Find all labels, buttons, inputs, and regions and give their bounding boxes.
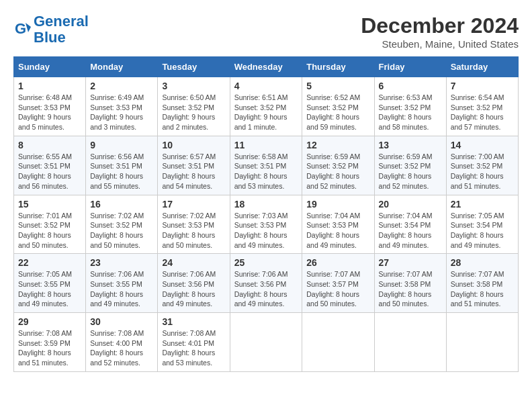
calendar-cell	[230, 313, 302, 372]
day-info: Sunrise: 6:54 AM Sunset: 3:52 PM Dayligh…	[451, 93, 514, 132]
day-number: 6	[379, 81, 442, 91]
weekday-header-cell: Wednesday	[230, 57, 302, 77]
day-number: 28	[451, 257, 514, 268]
day-number: 9	[90, 140, 153, 150]
calendar-cell: 3Sunrise: 6:50 AM Sunset: 3:52 PM Daylig…	[158, 77, 230, 136]
weekday-header-row: SundayMondayTuesdayWednesdayThursdayFrid…	[14, 57, 519, 77]
calendar-cell: 21Sunrise: 7:05 AM Sunset: 3:54 PM Dayli…	[446, 195, 518, 254]
day-info: Sunrise: 6:49 AM Sunset: 3:53 PM Dayligh…	[90, 93, 153, 132]
calendar-week-row: 1Sunrise: 6:48 AM Sunset: 3:53 PM Daylig…	[14, 77, 519, 136]
calendar-cell: 2Sunrise: 6:49 AM Sunset: 3:53 PM Daylig…	[86, 77, 158, 136]
day-info: Sunrise: 7:06 AM Sunset: 3:56 PM Dayligh…	[162, 269, 225, 309]
day-number: 4	[234, 81, 298, 91]
weekday-header-cell: Sunday	[14, 57, 86, 77]
day-info: Sunrise: 7:03 AM Sunset: 3:53 PM Dayligh…	[234, 211, 298, 250]
day-number: 27	[379, 257, 442, 268]
day-info: Sunrise: 7:06 AM Sunset: 3:56 PM Dayligh…	[234, 269, 298, 309]
calendar-cell: 12Sunrise: 6:59 AM Sunset: 3:52 PM Dayli…	[302, 136, 374, 195]
calendar-cell: 23Sunrise: 7:06 AM Sunset: 3:55 PM Dayli…	[86, 254, 158, 313]
day-number: 29	[18, 316, 81, 327]
calendar-cell: 9Sunrise: 6:56 AM Sunset: 3:51 PM Daylig…	[86, 136, 158, 195]
weekday-header-cell: Friday	[374, 57, 446, 77]
calendar-cell: 28Sunrise: 7:07 AM Sunset: 3:58 PM Dayli…	[446, 254, 518, 313]
calendar-cell: 19Sunrise: 7:04 AM Sunset: 3:53 PM Dayli…	[302, 195, 374, 254]
calendar-cell: 29Sunrise: 7:08 AM Sunset: 3:59 PM Dayli…	[14, 313, 86, 372]
day-info: Sunrise: 7:05 AM Sunset: 3:54 PM Dayligh…	[451, 211, 514, 250]
day-info: Sunrise: 7:08 AM Sunset: 4:00 PM Dayligh…	[90, 328, 153, 368]
day-info: Sunrise: 6:52 AM Sunset: 3:52 PM Dayligh…	[306, 93, 369, 132]
logo-icon: G	[13, 20, 32, 39]
calendar-cell: 4Sunrise: 6:51 AM Sunset: 3:52 PM Daylig…	[230, 77, 302, 136]
day-number: 22	[18, 257, 81, 268]
calendar-cell: 1Sunrise: 6:48 AM Sunset: 3:53 PM Daylig…	[14, 77, 86, 136]
svg-text:G: G	[15, 20, 26, 37]
day-number: 14	[451, 140, 514, 150]
day-number: 30	[90, 316, 153, 327]
day-number: 20	[379, 199, 442, 210]
day-number: 10	[162, 140, 225, 150]
weekday-header-cell: Saturday	[446, 57, 518, 77]
day-info: Sunrise: 7:05 AM Sunset: 3:55 PM Dayligh…	[18, 269, 81, 309]
calendar-week-row: 8Sunrise: 6:55 AM Sunset: 3:51 PM Daylig…	[14, 136, 519, 195]
calendar-cell	[446, 313, 518, 372]
calendar-cell: 24Sunrise: 7:06 AM Sunset: 3:56 PM Dayli…	[158, 254, 230, 313]
day-number: 7	[451, 81, 514, 91]
calendar-cell: 30Sunrise: 7:08 AM Sunset: 4:00 PM Dayli…	[86, 313, 158, 372]
day-info: Sunrise: 7:08 AM Sunset: 4:01 PM Dayligh…	[162, 328, 225, 368]
calendar-cell: 31Sunrise: 7:08 AM Sunset: 4:01 PM Dayli…	[158, 313, 230, 372]
calendar-table: SundayMondayTuesdayWednesdayThursdayFrid…	[13, 56, 519, 372]
day-info: Sunrise: 7:02 AM Sunset: 3:52 PM Dayligh…	[90, 211, 153, 250]
logo-line2: Blue	[34, 29, 66, 46]
day-info: Sunrise: 7:04 AM Sunset: 3:53 PM Dayligh…	[306, 211, 369, 250]
logo-text: General Blue	[34, 13, 89, 46]
day-number: 5	[306, 81, 369, 91]
day-info: Sunrise: 7:00 AM Sunset: 3:52 PM Dayligh…	[451, 152, 514, 191]
day-info: Sunrise: 6:57 AM Sunset: 3:51 PM Dayligh…	[162, 152, 225, 191]
day-info: Sunrise: 6:55 AM Sunset: 3:51 PM Dayligh…	[18, 152, 81, 191]
day-info: Sunrise: 6:58 AM Sunset: 3:51 PM Dayligh…	[234, 152, 298, 191]
calendar-cell: 8Sunrise: 6:55 AM Sunset: 3:51 PM Daylig…	[14, 136, 86, 195]
day-number: 25	[234, 257, 298, 268]
calendar-cell: 18Sunrise: 7:03 AM Sunset: 3:53 PM Dayli…	[230, 195, 302, 254]
logo-line1: General	[34, 13, 89, 30]
day-number: 26	[306, 257, 369, 268]
day-info: Sunrise: 7:07 AM Sunset: 3:58 PM Dayligh…	[451, 269, 514, 309]
day-info: Sunrise: 7:08 AM Sunset: 3:59 PM Dayligh…	[18, 328, 81, 368]
calendar-cell: 22Sunrise: 7:05 AM Sunset: 3:55 PM Dayli…	[14, 254, 86, 313]
day-number: 2	[90, 81, 153, 91]
calendar-cell: 13Sunrise: 6:59 AM Sunset: 3:52 PM Dayli…	[374, 136, 446, 195]
calendar-cell: 20Sunrise: 7:04 AM Sunset: 3:54 PM Dayli…	[374, 195, 446, 254]
day-info: Sunrise: 6:59 AM Sunset: 3:52 PM Dayligh…	[306, 152, 369, 191]
day-number: 21	[451, 199, 514, 210]
logo: G General Blue	[13, 13, 89, 46]
day-number: 31	[162, 316, 225, 327]
day-info: Sunrise: 7:01 AM Sunset: 3:52 PM Dayligh…	[18, 211, 81, 250]
calendar-cell: 10Sunrise: 6:57 AM Sunset: 3:51 PM Dayli…	[158, 136, 230, 195]
calendar-cell: 25Sunrise: 7:06 AM Sunset: 3:56 PM Dayli…	[230, 254, 302, 313]
calendar-cell: 15Sunrise: 7:01 AM Sunset: 3:52 PM Dayli…	[14, 195, 86, 254]
day-number: 1	[18, 81, 81, 91]
calendar-cell: 5Sunrise: 6:52 AM Sunset: 3:52 PM Daylig…	[302, 77, 374, 136]
day-info: Sunrise: 6:56 AM Sunset: 3:51 PM Dayligh…	[90, 152, 153, 191]
calendar-cell: 17Sunrise: 7:02 AM Sunset: 3:53 PM Dayli…	[158, 195, 230, 254]
calendar-cell: 27Sunrise: 7:07 AM Sunset: 3:58 PM Dayli…	[374, 254, 446, 313]
calendar-week-row: 22Sunrise: 7:05 AM Sunset: 3:55 PM Dayli…	[14, 254, 519, 313]
day-number: 16	[90, 199, 153, 210]
calendar-cell: 26Sunrise: 7:07 AM Sunset: 3:57 PM Dayli…	[302, 254, 374, 313]
weekday-header-cell: Monday	[86, 57, 158, 77]
calendar-cell: 6Sunrise: 6:53 AM Sunset: 3:52 PM Daylig…	[374, 77, 446, 136]
weekday-header-cell: Thursday	[302, 57, 374, 77]
calendar-week-row: 29Sunrise: 7:08 AM Sunset: 3:59 PM Dayli…	[14, 313, 519, 372]
day-number: 11	[234, 140, 298, 150]
day-number: 13	[379, 140, 442, 150]
day-info: Sunrise: 7:02 AM Sunset: 3:53 PM Dayligh…	[162, 211, 225, 250]
page-header: G General Blue December 2024 Steuben, Ma…	[13, 13, 519, 50]
calendar-cell: 7Sunrise: 6:54 AM Sunset: 3:52 PM Daylig…	[446, 77, 518, 136]
day-number: 12	[306, 140, 369, 150]
calendar-cell: 16Sunrise: 7:02 AM Sunset: 3:52 PM Dayli…	[86, 195, 158, 254]
calendar-cell	[302, 313, 374, 372]
day-number: 24	[162, 257, 225, 268]
title-area: December 2024 Steuben, Maine, United Sta…	[361, 13, 519, 50]
month-title: December 2024	[361, 13, 519, 38]
weekday-header-cell: Tuesday	[158, 57, 230, 77]
